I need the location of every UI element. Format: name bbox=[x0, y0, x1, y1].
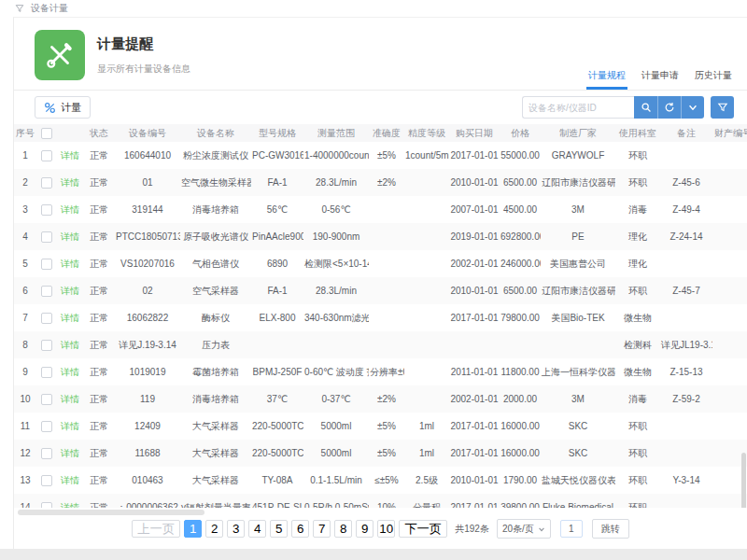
row-checkbox[interactable] bbox=[36, 250, 57, 277]
main-panel: 计量提醒 显示所有计量设备信息 计量规程 计量申请 历史计量 计量 bbox=[13, 17, 747, 549]
tab-measure-rules[interactable]: 计量规程 bbox=[586, 63, 627, 90]
row-checkbox[interactable] bbox=[41, 204, 52, 216]
row-checkbox[interactable] bbox=[36, 440, 57, 467]
row-checkbox[interactable] bbox=[36, 277, 57, 304]
row-checkbox[interactable] bbox=[41, 286, 52, 297]
measure-range: 28.3L/min bbox=[303, 169, 369, 196]
detail-link[interactable]: 详情 bbox=[61, 394, 79, 404]
detail-link[interactable]: 详情 bbox=[61, 313, 79, 323]
page-number-10[interactable]: 10 bbox=[377, 520, 395, 538]
detail-link[interactable]: 详情 bbox=[57, 304, 83, 331]
row-checkbox[interactable] bbox=[36, 358, 57, 385]
asset-code bbox=[712, 277, 747, 304]
row-checkbox[interactable] bbox=[41, 150, 52, 161]
detail-link[interactable]: 详情 bbox=[57, 196, 83, 223]
measure-button[interactable]: 计量 bbox=[35, 96, 91, 119]
row-checkbox[interactable] bbox=[36, 196, 57, 223]
detail-link[interactable]: 详情 bbox=[61, 367, 79, 377]
row-checkbox[interactable] bbox=[41, 367, 52, 378]
page-number-8[interactable]: 8 bbox=[334, 520, 352, 538]
detail-link[interactable]: 详情 bbox=[57, 413, 83, 440]
row-checkbox[interactable] bbox=[36, 169, 57, 196]
detail-link[interactable]: 详情 bbox=[61, 177, 79, 188]
detail-link[interactable]: 详情 bbox=[57, 142, 83, 169]
row-checkbox[interactable] bbox=[41, 394, 52, 405]
detail-link[interactable]: 详情 bbox=[57, 331, 83, 358]
header-text: 计量提醒 显示所有计量设备信息 bbox=[97, 30, 190, 76]
detail-link[interactable]: 详情 bbox=[61, 475, 79, 485]
row-checkbox[interactable] bbox=[41, 475, 52, 486]
page-number-1[interactable]: 1 bbox=[184, 520, 202, 538]
row-checkbox[interactable] bbox=[36, 467, 57, 494]
prev-page-button[interactable]: 上一页 bbox=[132, 520, 180, 538]
detail-link[interactable]: 详情 bbox=[57, 223, 83, 250]
row-checkbox[interactable] bbox=[41, 421, 52, 432]
jump-page-input[interactable] bbox=[560, 520, 583, 538]
page-number-2[interactable]: 2 bbox=[205, 520, 223, 538]
page-number-9[interactable]: 9 bbox=[356, 520, 374, 538]
row-checkbox[interactable] bbox=[41, 340, 52, 351]
page-size-select[interactable]: 20条/页 bbox=[497, 519, 551, 539]
device-model: 220-5000TC bbox=[251, 440, 303, 467]
row-checkbox[interactable] bbox=[36, 331, 57, 358]
row-checkbox[interactable] bbox=[41, 313, 52, 324]
row-checkbox[interactable] bbox=[36, 413, 57, 440]
page-number-3[interactable]: 3 bbox=[227, 520, 245, 538]
next-page-button[interactable]: 下一页 bbox=[399, 520, 447, 538]
detail-link[interactable]: 详情 bbox=[61, 421, 79, 431]
row-checkbox[interactable] bbox=[36, 223, 57, 250]
device-model: BPMJ-250F bbox=[251, 358, 303, 385]
detail-link[interactable]: 详情 bbox=[61, 448, 79, 458]
detail-link[interactable]: 详情 bbox=[61, 150, 79, 161]
remark: Z-59-2 bbox=[660, 385, 712, 413]
refresh-button[interactable] bbox=[657, 96, 681, 119]
device-name: 大气采样器 bbox=[180, 467, 251, 494]
select-all-checkbox[interactable] bbox=[41, 128, 52, 139]
page-number-4[interactable]: 4 bbox=[248, 520, 266, 538]
tab-measure-history[interactable]: 历史计量 bbox=[693, 63, 734, 90]
department: 环职 bbox=[615, 467, 660, 494]
detail-link[interactable]: 详情 bbox=[61, 231, 79, 242]
detail-link[interactable]: 详情 bbox=[57, 169, 83, 196]
page-header: 计量提醒 显示所有计量设备信息 计量规程 计量申请 历史计量 bbox=[14, 18, 747, 91]
row-checkbox[interactable] bbox=[36, 385, 57, 413]
department: 环职 bbox=[615, 169, 660, 196]
device-code: 119 bbox=[115, 385, 180, 413]
search-input[interactable] bbox=[522, 96, 634, 119]
status-text: 正常 bbox=[83, 494, 115, 508]
detail-link[interactable]: 详情 bbox=[57, 250, 83, 277]
row-checkbox[interactable] bbox=[41, 448, 52, 459]
detail-link[interactable]: 详情 bbox=[61, 259, 79, 269]
vertical-scrollbar[interactable] bbox=[741, 453, 746, 508]
price-value: 79800.00 bbox=[500, 304, 541, 331]
pagination: 上一页 12345678910 下一页 共192条 20条/页 跳转 bbox=[14, 519, 747, 539]
page-number-5[interactable]: 5 bbox=[270, 520, 288, 538]
select-all-checkbox[interactable] bbox=[36, 124, 57, 142]
jump-button[interactable]: 跳转 bbox=[592, 519, 629, 539]
horizontal-scrollbar[interactable] bbox=[18, 510, 204, 515]
filter-button[interactable] bbox=[711, 96, 734, 119]
page-number-6[interactable]: 6 bbox=[291, 520, 309, 538]
detail-link[interactable]: 详情 bbox=[57, 358, 83, 385]
detail-link[interactable]: 详情 bbox=[57, 440, 83, 467]
row-checkbox[interactable] bbox=[36, 494, 57, 508]
row-checkbox[interactable] bbox=[36, 304, 57, 331]
row-checkbox[interactable] bbox=[36, 142, 57, 169]
detail-link[interactable]: 详情 bbox=[57, 467, 83, 494]
search-button[interactable] bbox=[634, 96, 657, 119]
detail-link[interactable]: 详情 bbox=[57, 385, 83, 413]
precision-grade: 分量程 bbox=[404, 494, 449, 508]
detail-link[interactable]: 详情 bbox=[61, 340, 79, 350]
tab-measure-apply[interactable]: 计量申请 bbox=[640, 63, 681, 90]
row-checkbox[interactable] bbox=[41, 231, 52, 243]
page-number-7[interactable]: 7 bbox=[313, 520, 331, 538]
row-checkbox[interactable] bbox=[41, 259, 52, 270]
precision-grade bbox=[404, 277, 449, 304]
row-checkbox[interactable] bbox=[41, 177, 52, 189]
detail-link[interactable]: 详情 bbox=[61, 286, 79, 296]
detail-link[interactable]: 详情 bbox=[57, 494, 83, 508]
price-value: 16000.00 bbox=[500, 440, 541, 467]
detail-link[interactable]: 详情 bbox=[61, 204, 79, 215]
export-button[interactable] bbox=[681, 96, 704, 119]
detail-link[interactable]: 详情 bbox=[57, 277, 83, 304]
